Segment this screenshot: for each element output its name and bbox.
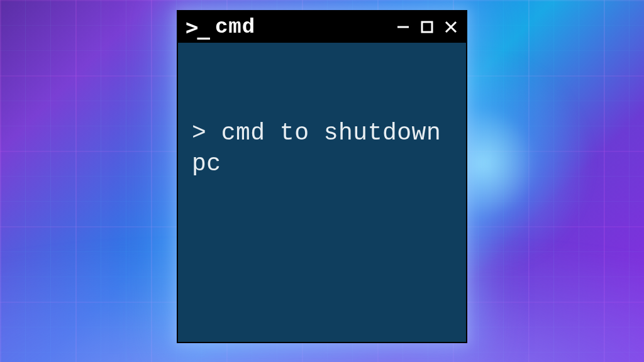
terminal-window: >_ cmd > cmd to shutdown pc xyxy=(177,10,467,343)
window-title: cmd xyxy=(215,15,388,39)
svg-rect-1 xyxy=(422,22,432,32)
window-controls xyxy=(394,18,460,36)
terminal-body[interactable]: > cmd to shutdown pc xyxy=(178,43,466,342)
terminal-line: > cmd to shutdown pc xyxy=(192,118,452,180)
close-icon xyxy=(444,20,458,34)
close-button[interactable] xyxy=(442,18,460,36)
minimize-button[interactable] xyxy=(394,18,412,36)
minimize-icon xyxy=(396,20,410,34)
prompt-char: > xyxy=(192,119,206,146)
titlebar[interactable]: >_ cmd xyxy=(178,11,466,43)
maximize-button[interactable] xyxy=(418,18,436,36)
terminal-icon: >_ xyxy=(186,16,209,38)
terminal-command-text: cmd to shutdown pc xyxy=(192,119,456,177)
maximize-icon xyxy=(421,21,433,33)
